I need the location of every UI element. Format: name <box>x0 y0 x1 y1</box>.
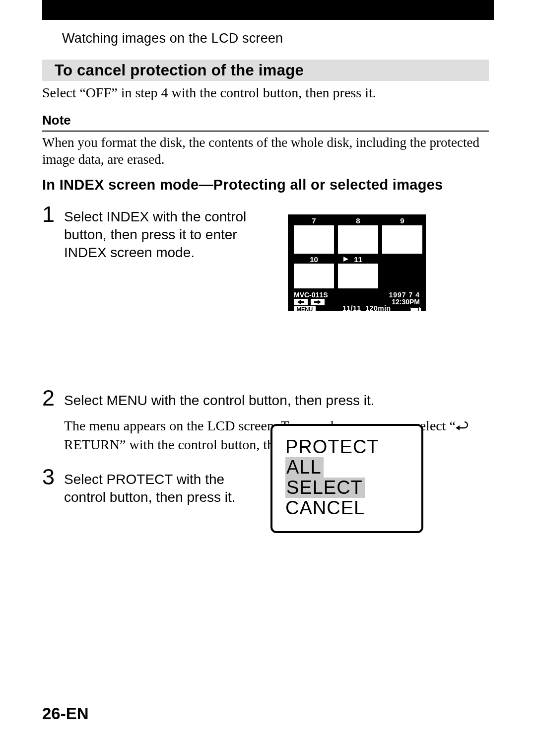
note-rule <box>42 131 489 132</box>
svg-marker-6 <box>456 425 460 430</box>
thumbnail <box>294 225 334 254</box>
mode-heading: In INDEX screen mode—Protecting all or s… <box>42 177 489 193</box>
note-block: Note When you format the disk, the conte… <box>42 113 489 168</box>
thumb-number: 8 <box>338 216 378 225</box>
step-text: Select INDEX with the control button, th… <box>64 203 270 261</box>
thumbnail <box>338 225 378 254</box>
remaining-value: 120min <box>365 304 391 312</box>
thumbnail <box>382 225 422 254</box>
figure-model-label: MVC-011S <box>294 291 328 299</box>
note-body: When you format the disk, the contents o… <box>42 135 489 168</box>
thumbnail <box>294 264 334 288</box>
step-number: 1 <box>42 203 64 226</box>
section-body-text: Select “OFF” in step 4 with the control … <box>42 84 489 101</box>
step-number: 3 <box>42 465 64 488</box>
protect-menu-option-cancel: CANCEL <box>285 498 408 518</box>
step-text: Select PROTECT with the control button, … <box>64 465 263 506</box>
svg-rect-5 <box>411 308 418 311</box>
counter-value: 11/11 <box>342 304 361 312</box>
figure-menu-label: MENU <box>294 306 316 312</box>
index-screen-figure: 7 8 9 10 11 MVC-011S 1997 7 4 12:30PM <box>288 214 426 311</box>
thumb-number: 10 <box>294 255 334 264</box>
step-text: Select MENU with the control button, the… <box>64 386 441 410</box>
note-title: Note <box>42 113 489 130</box>
return-icon <box>456 418 469 436</box>
section-heading-bar: To cancel protection of the image <box>42 60 489 81</box>
svg-rect-4 <box>419 308 421 311</box>
protect-menu-option-select: SELECT <box>285 478 365 498</box>
step-number: 2 <box>42 386 64 410</box>
thumbnail <box>338 264 378 288</box>
protect-menu-figure: PROTECT ALL SELECT CANCEL <box>270 424 423 533</box>
thumb-number: 11 <box>338 255 378 264</box>
svg-marker-1 <box>297 300 304 304</box>
header-bar <box>42 0 494 20</box>
arrow-right-icon <box>311 299 325 305</box>
figure-counter-label: 11/11 120min <box>342 304 391 312</box>
arrow-left-icon <box>294 299 308 305</box>
thumb-number: 7 <box>294 216 334 225</box>
page-number: 26-EN <box>42 704 89 723</box>
figure-time-label: 12:30PM <box>392 298 420 306</box>
protect-menu-title: PROTECT <box>285 437 408 457</box>
breadcrumb: Watching images on the LCD screen <box>62 31 283 46</box>
protect-menu-option-all: ALL <box>285 457 324 478</box>
step-2: 2 Select MENU with the control button, t… <box>42 386 489 410</box>
battery-icon <box>410 305 421 311</box>
thumb-number: 9 <box>382 216 422 225</box>
section-heading-text: To cancel protection of the image <box>55 62 304 79</box>
manual-page: Watching images on the LCD screen To can… <box>0 0 536 756</box>
svg-marker-2 <box>314 300 321 304</box>
steps-list: 1 Select INDEX with the control button, … <box>42 203 489 506</box>
